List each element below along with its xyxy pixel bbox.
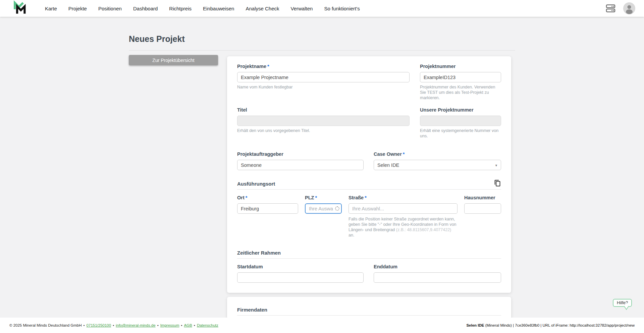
titel-helper: Erhält den von uns vorgegebenen Titel. bbox=[237, 128, 410, 133]
footer: © 2025 Mineral Minds Deutschland GmbH • … bbox=[0, 318, 644, 333]
projektname-label: Projektname* bbox=[237, 64, 410, 69]
nav-item-verwalten[interactable]: Verwalten bbox=[291, 6, 313, 11]
user-avatar-icon[interactable] bbox=[623, 2, 635, 14]
projektnummer-helper: Projektnummer des Kunden. Verwenden Sie … bbox=[420, 84, 501, 101]
required-marker: * bbox=[403, 151, 405, 157]
zeitlicher-rahmen-title: Zeitlicher Rahmen bbox=[237, 250, 281, 256]
field-ort: Ort* bbox=[237, 195, 298, 238]
footer-user-name: Selen IDE bbox=[466, 323, 484, 327]
startdatum-label: Startdatum bbox=[237, 264, 364, 270]
field-strasse: Straße* Falls die Position keiner Straße… bbox=[348, 195, 458, 238]
required-marker: * bbox=[246, 195, 248, 200]
nav-item-analyse-check[interactable]: Analyse Check bbox=[246, 6, 279, 11]
field-plz: PLZ* bbox=[305, 195, 342, 238]
nav-item-projekte[interactable]: Projekte bbox=[68, 6, 87, 11]
form-row-name-number: Projektname* Name vom Kunden festlegbar … bbox=[237, 64, 501, 101]
ausfuehrungsort-title: Ausführungsort bbox=[237, 181, 275, 187]
footer-link-email[interactable]: info@mineral-minds.de bbox=[116, 323, 155, 327]
strasse-label: Straße* bbox=[348, 195, 458, 201]
section-zeitlicher-rahmen: Zeitlicher Rahmen bbox=[237, 250, 501, 259]
navbar-right bbox=[605, 2, 635, 14]
new-project-form-card: Projektname* Name vom Kunden festlegbar … bbox=[227, 56, 511, 293]
case-owner-select[interactable]: Selen IDE ▼ bbox=[374, 160, 501, 170]
nav-item-einbauweisen[interactable]: Einbauweisen bbox=[203, 6, 234, 11]
projektname-input[interactable] bbox=[237, 72, 410, 82]
nav-item-karte[interactable]: Karte bbox=[45, 6, 57, 11]
nav-item-positionen[interactable]: Positionen bbox=[98, 6, 122, 11]
projektnummer-label: Projektnummer bbox=[420, 64, 501, 69]
field-projektname: Projektname* Name vom Kunden festlegbar bbox=[237, 64, 410, 101]
projektnummer-input[interactable] bbox=[420, 72, 501, 82]
main-navigation: Karte Projekte Positionen Dashboard Rich… bbox=[45, 6, 360, 11]
plz-input-wrap bbox=[305, 203, 342, 214]
form-row-dates: Startdatum Enddatum bbox=[237, 264, 501, 283]
hausnummer-input[interactable] bbox=[464, 203, 501, 214]
unsere-projektnummer-input bbox=[420, 116, 501, 126]
field-case-owner: Case Owner* Selen IDE ▼ bbox=[374, 151, 501, 170]
loading-spinner-icon bbox=[335, 206, 339, 211]
field-unsere-projektnummer: Unsere Projektnummer Erhält eine systemg… bbox=[420, 107, 501, 139]
field-projektnummer: Projektnummer Projektnummer des Kunden. … bbox=[420, 64, 501, 101]
titel-input bbox=[237, 116, 410, 126]
footer-copyright: © 2025 Mineral Minds Deutschland GmbH bbox=[9, 323, 82, 327]
strasse-helper: Falls die Position keiner Straße zugeord… bbox=[348, 216, 458, 238]
server-icon[interactable] bbox=[605, 3, 616, 13]
field-hausnummer: Hausnummer bbox=[464, 195, 501, 238]
project-overview-button[interactable]: Zur Projektübersicht bbox=[129, 55, 218, 65]
footer-link-agb[interactable]: AGB bbox=[184, 323, 192, 327]
case-owner-label: Case Owner* bbox=[374, 151, 501, 157]
unsere-projektnummer-helper: Erhält eine systemgenerierte Nummer von … bbox=[420, 128, 501, 139]
logo-icon bbox=[13, 0, 26, 17]
copy-icon[interactable] bbox=[494, 180, 501, 187]
field-titel: Titel Erhält den von uns vorgegebenen Ti… bbox=[237, 107, 410, 139]
enddatum-label: Enddatum bbox=[374, 264, 501, 270]
required-marker: * bbox=[267, 64, 269, 69]
footer-left: © 2025 Mineral Minds Deutschland GmbH • … bbox=[9, 323, 218, 327]
nav-item-so-funktionierts[interactable]: So funktioniert's bbox=[324, 6, 360, 11]
top-navbar: Karte Projekte Positionen Dashboard Rich… bbox=[0, 0, 644, 17]
footer-link-impressum[interactable]: Impressum bbox=[160, 323, 179, 327]
required-marker: * bbox=[365, 195, 367, 200]
plz-label: PLZ* bbox=[305, 195, 342, 201]
ort-label: Ort* bbox=[237, 195, 298, 201]
field-projektauftraggeber: Projektauftraggeber bbox=[237, 151, 364, 170]
form-row-titel-unsere: Titel Erhält den von uns vorgegebenen Ti… bbox=[237, 107, 501, 139]
form-row-address: Ort* PLZ* Straße* Falls die Position kei… bbox=[237, 195, 501, 238]
footer-session-info: Selen IDE (Mineral Minds) | 7ce360e83fb0… bbox=[466, 323, 635, 327]
projektauftraggeber-input[interactable] bbox=[237, 160, 364, 170]
required-marker: * bbox=[315, 195, 317, 200]
projektname-helper: Name vom Kunden festlegbar bbox=[237, 84, 410, 90]
section-firmendaten: Firmendaten bbox=[237, 307, 501, 316]
chevron-down-icon: ▼ bbox=[495, 164, 498, 167]
case-owner-selected-value: Selen IDE bbox=[377, 162, 399, 168]
startdatum-input[interactable] bbox=[237, 272, 364, 283]
footer-link-phone[interactable]: 07151/250100 bbox=[87, 323, 111, 327]
projektauftraggeber-label: Projektauftraggeber bbox=[237, 151, 364, 157]
section-ausfuehrungsort: Ausführungsort bbox=[237, 180, 501, 190]
enddatum-input[interactable] bbox=[374, 272, 501, 283]
field-startdatum: Startdatum bbox=[237, 264, 364, 283]
unsere-projektnummer-label: Unsere Projektnummer bbox=[420, 107, 501, 113]
nav-item-richtpreis[interactable]: Richtpreis bbox=[169, 6, 192, 11]
strasse-input[interactable] bbox=[348, 203, 458, 214]
page-title: Neues Projekt bbox=[129, 34, 515, 51]
ort-input[interactable] bbox=[237, 203, 298, 214]
footer-link-datenschutz[interactable]: Datenschutz bbox=[197, 323, 218, 327]
form-row-auftraggeber-owner: Projektauftraggeber Case Owner* Selen ID… bbox=[237, 151, 501, 170]
field-enddatum: Enddatum bbox=[374, 264, 501, 283]
titel-label: Titel bbox=[237, 107, 410, 113]
nav-item-dashboard[interactable]: Dashboard bbox=[133, 6, 158, 11]
mineral-minds-logo[interactable] bbox=[13, 0, 26, 17]
firmendaten-title: Firmendaten bbox=[237, 307, 267, 313]
help-button[interactable]: Hilfe? bbox=[613, 299, 632, 307]
hausnummer-label: Hausnummer bbox=[464, 195, 501, 201]
